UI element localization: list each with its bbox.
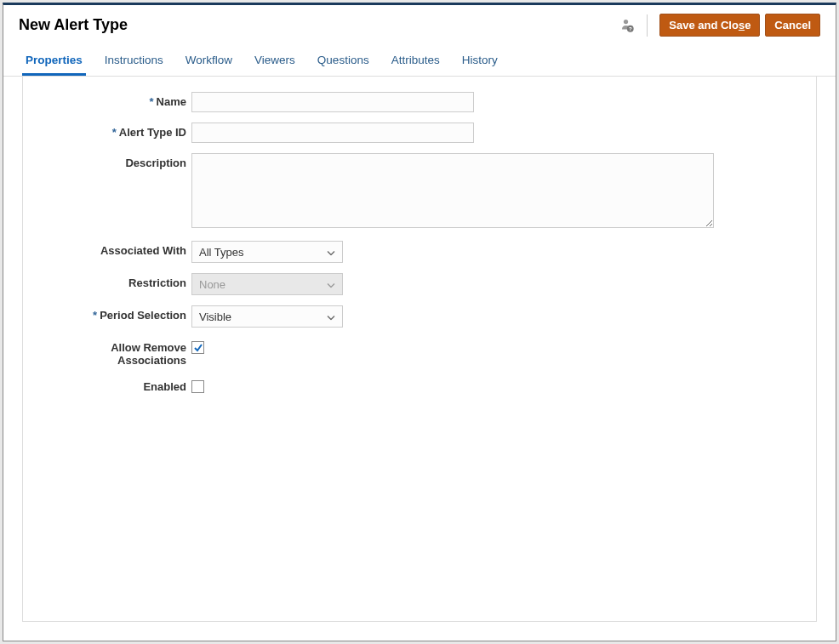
dialog-window: New Alert Type ? Save and Close Cancel P… <box>3 3 836 641</box>
form-panel: Name Alert Type ID Description Associate… <box>22 77 817 622</box>
restriction-select: None <box>191 273 343 295</box>
svg-point-0 <box>624 19 628 23</box>
cancel-button[interactable]: Cancel <box>765 14 820 37</box>
description-label: Description <box>45 153 191 169</box>
tab-workflow[interactable]: Workflow <box>182 45 236 76</box>
save-close-button[interactable]: Save and Close <box>659 14 760 37</box>
allow-remove-checkbox[interactable] <box>191 341 204 354</box>
period-selection-select[interactable]: Visible <box>191 305 343 328</box>
period-selection-label: Period Selection <box>45 305 191 322</box>
associated-with-label: Associated With <box>45 241 191 257</box>
alert-type-id-input[interactable] <box>191 123 474 143</box>
restriction-value: None <box>199 278 225 291</box>
description-textarea[interactable] <box>191 153 714 228</box>
associated-with-select[interactable]: All Types <box>191 241 343 263</box>
restriction-label: Restriction <box>45 273 191 289</box>
tab-instructions[interactable]: Instructions <box>101 45 167 76</box>
allow-remove-label: Allow Remove Associations <box>45 338 191 367</box>
enabled-label: Enabled <box>45 377 191 393</box>
name-input[interactable] <box>191 92 474 112</box>
associated-with-value: All Types <box>199 246 244 259</box>
chevron-down-icon <box>327 246 335 259</box>
tab-viewers[interactable]: Viewers <box>251 45 299 76</box>
user-help-icon[interactable]: ? <box>619 14 648 37</box>
tab-attributes[interactable]: Attributes <box>388 45 443 76</box>
tab-properties[interactable]: Properties <box>22 45 86 76</box>
dialog-title: New Alert Type <box>19 16 619 34</box>
tab-bar: Properties Instructions Workflow Viewers… <box>3 45 836 77</box>
name-label: Name <box>45 92 191 108</box>
svg-text:?: ? <box>629 26 632 31</box>
enabled-checkbox[interactable] <box>191 380 204 393</box>
period-selection-value: Visible <box>199 311 231 323</box>
chevron-down-icon <box>327 311 335 323</box>
tab-questions[interactable]: Questions <box>314 45 373 76</box>
dialog-header: New Alert Type ? Save and Close Cancel <box>3 5 836 45</box>
header-actions: ? Save and Close Cancel <box>619 14 820 37</box>
chevron-down-icon <box>327 278 335 291</box>
tab-history[interactable]: History <box>459 45 501 76</box>
alert-type-id-label: Alert Type ID <box>45 123 191 139</box>
